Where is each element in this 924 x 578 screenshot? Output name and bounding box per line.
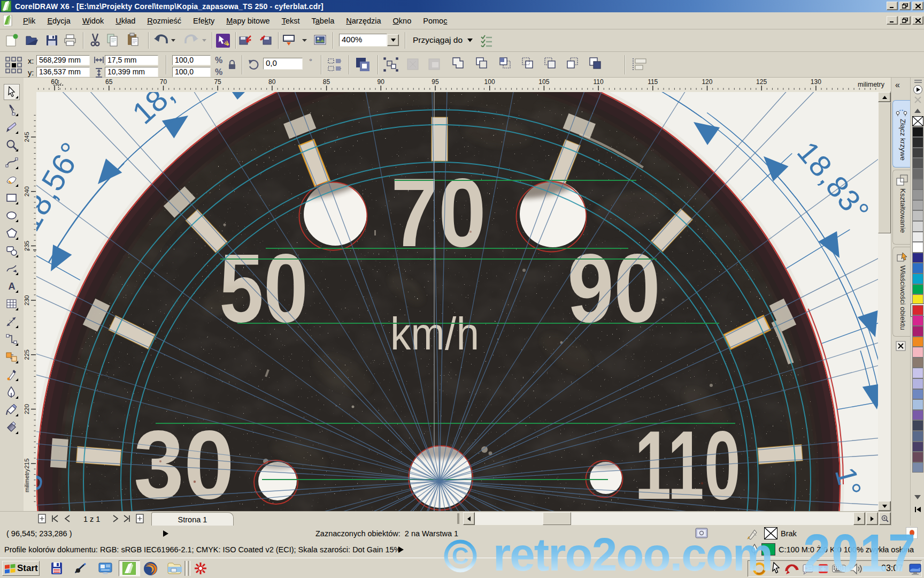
svg-text:km/h: km/h bbox=[390, 308, 479, 359]
svg-text:90: 90 bbox=[567, 234, 660, 342]
svg-text:125: 125 bbox=[756, 78, 767, 86]
svg-text:milimetry: milimetry bbox=[24, 469, 30, 492]
svg-text:80: 80 bbox=[268, 78, 276, 86]
svg-text:215: 215 bbox=[24, 459, 30, 469]
svg-text:90: 90 bbox=[378, 78, 385, 86]
svg-text:A: A bbox=[9, 281, 16, 292]
svg-text:100: 100 bbox=[484, 78, 495, 86]
svg-text:130: 130 bbox=[811, 78, 821, 86]
svg-text:2017: 2017 bbox=[803, 524, 917, 578]
svg-text:milimetry: milimetry bbox=[858, 81, 885, 88]
svg-text:115: 115 bbox=[648, 78, 658, 86]
svg-text:70: 70 bbox=[160, 78, 167, 86]
svg-text:85: 85 bbox=[323, 78, 330, 86]
svg-text:120: 120 bbox=[702, 78, 712, 86]
svg-text:225: 225 bbox=[24, 349, 30, 360]
svg-text:230: 230 bbox=[24, 295, 30, 306]
svg-text:65: 65 bbox=[105, 78, 113, 86]
svg-text:220: 220 bbox=[24, 404, 30, 414]
svg-text:95: 95 bbox=[432, 78, 439, 86]
svg-text:70: 70 bbox=[391, 158, 486, 267]
svg-text:245: 245 bbox=[24, 132, 30, 142]
svg-text:75: 75 bbox=[214, 78, 221, 86]
svg-text:105: 105 bbox=[538, 78, 549, 86]
svg-text:retro2oo.com: retro2oo.com bbox=[493, 528, 772, 578]
svg-text:240: 240 bbox=[24, 186, 30, 196]
svg-text:C: C bbox=[452, 543, 469, 569]
svg-text:110: 110 bbox=[593, 78, 603, 86]
svg-text:110: 110 bbox=[635, 411, 741, 511]
svg-text:60: 60 bbox=[51, 78, 58, 86]
